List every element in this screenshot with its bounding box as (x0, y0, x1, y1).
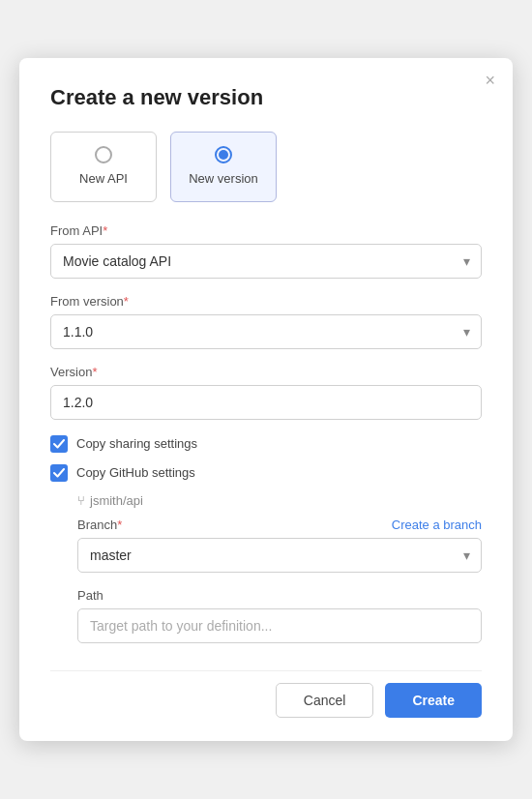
copy-sharing-row[interactable]: Copy sharing settings (50, 435, 482, 453)
github-path: ⑂ jsmith/api (77, 493, 482, 508)
from-api-group: From API* Movie catalog API (50, 223, 482, 279)
from-version-select[interactable]: 1.1.0 (50, 314, 482, 349)
copy-github-checkbox[interactable] (50, 464, 68, 482)
copy-github-label: Copy GitHub settings (76, 465, 195, 480)
from-version-group: From version* 1.1.0 (50, 294, 482, 349)
version-input[interactable] (50, 385, 482, 420)
from-api-select-wrapper: Movie catalog API (50, 244, 482, 279)
type-option-new-api[interactable]: New API (50, 132, 157, 202)
close-button[interactable]: × (485, 72, 495, 89)
from-version-select-wrapper: 1.1.0 (50, 314, 482, 349)
type-label-new-api: New API (79, 171, 128, 188)
from-api-select[interactable]: Movie catalog API (50, 244, 482, 279)
copy-sharing-checkbox[interactable] (50, 435, 68, 453)
version-label: Version* (50, 365, 482, 379)
branch-select-wrapper: master (77, 538, 482, 573)
modal-title: Create a new version (50, 85, 482, 110)
create-version-modal: × Create a new version New API New versi… (19, 58, 513, 741)
from-api-label: From API* (50, 223, 482, 238)
version-group: Version* (50, 365, 482, 420)
fork-icon: ⑂ (77, 493, 85, 508)
branch-header: Branch* Create a branch (77, 518, 482, 532)
github-settings-section: ⑂ jsmith/api Branch* Create a branch mas… (77, 493, 482, 643)
path-label: Path (77, 588, 482, 603)
create-branch-link[interactable]: Create a branch (392, 518, 482, 532)
path-group: Path (77, 588, 482, 643)
copy-github-row[interactable]: Copy GitHub settings (50, 464, 482, 482)
modal-footer: Cancel Create (50, 670, 482, 718)
radio-new-version (215, 146, 232, 163)
branch-label: Branch* (77, 518, 122, 532)
create-button[interactable]: Create (385, 683, 482, 718)
branch-select[interactable]: master (77, 538, 482, 573)
type-selector: New API New version (50, 132, 482, 202)
radio-new-api (95, 146, 112, 163)
cancel-button[interactable]: Cancel (276, 683, 374, 718)
copy-sharing-label: Copy sharing settings (76, 436, 197, 451)
path-input[interactable] (77, 608, 482, 643)
branch-group: Branch* Create a branch master (77, 518, 482, 573)
type-label-new-version: New version (189, 171, 258, 188)
from-version-label: From version* (50, 294, 482, 309)
type-option-new-version[interactable]: New version (170, 132, 277, 202)
